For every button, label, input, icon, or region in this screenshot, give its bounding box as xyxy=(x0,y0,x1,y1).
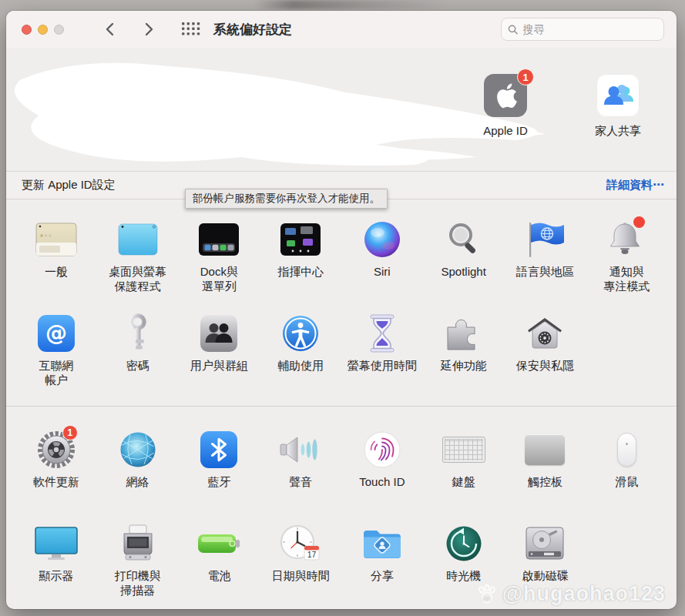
displays-label: 顯示器 xyxy=(39,569,73,584)
pref-item-notifications-focus[interactable]: 通知與 專注模式 xyxy=(586,218,667,312)
siri-icon xyxy=(359,218,405,261)
internet-accounts-label: 互聯網 帳户 xyxy=(39,359,73,388)
pref-item-keyboard[interactable]: 鍵盤 xyxy=(423,428,505,522)
desktop-screensaver-label: 桌面與螢幕 保護程式 xyxy=(109,265,166,294)
pref-item-software-update[interactable]: 1軟件更新 xyxy=(15,428,97,522)
touch-id-label: Touch ID xyxy=(359,475,405,490)
users-groups-label: 用户與群組 xyxy=(190,359,248,373)
titlebar: 系統偏好設定 xyxy=(6,11,677,48)
pref-item-general[interactable]: 一般 xyxy=(15,218,97,312)
pref-item-siri[interactable]: Siri xyxy=(341,218,423,312)
pref-item-passwords[interactable]: 密碼 xyxy=(97,312,179,406)
pref-item-printers-scanners[interactable]: 打印機與 掃描器 xyxy=(97,522,179,609)
sound-label: 聲音 xyxy=(289,475,312,490)
pref-item-sharing[interactable]: 分享 xyxy=(341,522,423,609)
pref-item-screen-time[interactable]: 螢幕使用時間 xyxy=(341,312,423,406)
watermark: du @hugaohao123 xyxy=(476,582,666,606)
pref-item-touch-id[interactable]: Touch ID xyxy=(341,428,423,522)
touch-id-icon xyxy=(359,428,405,471)
spotlight-icon xyxy=(441,218,487,261)
pref-item-network[interactable]: 網絡 xyxy=(97,428,179,522)
pref-item-sound[interactable]: 聲音 xyxy=(260,428,341,522)
printers-scanners-label: 打印機與 掃描器 xyxy=(115,569,161,598)
pref-item-dock-menubar[interactable]: Dock與 選單列 xyxy=(179,218,260,312)
mouse-icon xyxy=(603,428,650,471)
dock-menubar-label: Dock與 選單列 xyxy=(200,265,238,294)
chevron-left-icon xyxy=(105,22,114,36)
show-all-button[interactable] xyxy=(180,19,203,39)
pref-item-language-region[interactable]: 語言與地區 xyxy=(505,218,586,312)
close-button[interactable] xyxy=(22,25,32,35)
startup-disk-icon xyxy=(522,522,568,565)
zoom-button[interactable] xyxy=(54,25,64,35)
apple-id-badge: 1 xyxy=(517,69,534,85)
pref-item-displays[interactable]: 顯示器 xyxy=(15,522,97,609)
security-privacy-label: 保安與私隱 xyxy=(516,359,574,373)
trackpad-label: 觸控板 xyxy=(528,475,562,490)
date-time-label: 日期與時間 xyxy=(272,569,330,584)
sharing-label: 分享 xyxy=(371,569,394,584)
chevron-right-icon xyxy=(145,22,154,36)
pref-item-bluetooth[interactable]: 藍牙 xyxy=(179,428,260,522)
search-input[interactable] xyxy=(523,23,658,35)
pref-section-top: 部份帳户服務需要你再次登入才能使用。 一般桌面與螢幕 保護程式Dock與 選單列… xyxy=(6,199,677,406)
update-apple-id-text: 更新 Apple ID設定 xyxy=(22,178,116,192)
back-button[interactable] xyxy=(99,19,119,39)
family-sharing-button[interactable]: 家人共享 xyxy=(576,74,660,139)
general-icon xyxy=(33,218,79,261)
keyboard-icon xyxy=(441,428,487,471)
mouse-label: 滑鼠 xyxy=(615,475,638,490)
dock-menubar-icon xyxy=(196,218,242,261)
details-link[interactable]: 詳細資料⋯ xyxy=(606,178,664,192)
notifications-focus-icon xyxy=(603,218,650,261)
search-field[interactable] xyxy=(501,18,664,41)
pref-item-mission-control[interactable]: 指揮中心 xyxy=(260,218,341,312)
forward-button[interactable] xyxy=(139,19,159,39)
screen-time-label: 螢幕使用時間 xyxy=(348,359,417,373)
sound-icon xyxy=(277,428,324,471)
pref-item-trackpad[interactable]: 觸控板 xyxy=(505,428,586,522)
software-update-label: 軟件更新 xyxy=(33,475,79,490)
pref-item-spotlight[interactable]: Spotlight xyxy=(423,218,505,312)
time-machine-label: 時光機 xyxy=(446,569,481,584)
pref-item-accessibility[interactable]: 輔助使用 xyxy=(260,312,341,406)
window-title: 系統偏好設定 xyxy=(213,21,292,38)
pref-item-users-groups[interactable]: 用户與群組 xyxy=(179,312,260,406)
network-label: 網絡 xyxy=(126,475,149,490)
pref-item-mouse[interactable]: 滑鼠 xyxy=(586,428,667,522)
mission-control-label: 指揮中心 xyxy=(277,265,324,280)
extensions-label: 延伸功能 xyxy=(441,359,487,373)
trackpad-icon xyxy=(522,428,568,471)
minimize-button[interactable] xyxy=(38,25,48,35)
printers-scanners-icon xyxy=(115,522,161,565)
accessibility-label: 輔助使用 xyxy=(277,359,324,373)
keyboard-label: 鍵盤 xyxy=(452,475,475,490)
pref-item-security-privacy[interactable]: 保安與私隱 xyxy=(505,312,586,406)
passwords-label: 密碼 xyxy=(126,359,149,373)
pref-item-date-time[interactable]: 17日期與時間 xyxy=(260,522,341,609)
reauth-tooltip: 部份帳户服務需要你再次登入才能使用。 xyxy=(185,189,388,209)
system-preferences-window: 系統偏好設定 1 xyxy=(6,11,677,609)
time-machine-icon xyxy=(441,522,487,565)
apple-id-label: Apple ID xyxy=(483,124,528,137)
language-region-icon xyxy=(522,218,568,261)
pref-item-extensions[interactable]: 延伸功能 xyxy=(423,312,505,406)
bluetooth-label: 藍牙 xyxy=(207,475,230,490)
watermark-text: @hugaohao123 xyxy=(502,582,666,606)
software-update-badge: 1 xyxy=(62,425,78,440)
pref-item-battery[interactable]: 電池 xyxy=(179,522,260,609)
pref-item-desktop-screensaver[interactable]: 桌面與螢幕 保護程式 xyxy=(97,218,179,312)
spotlight-label: Spotlight xyxy=(441,265,485,280)
accessibility-icon xyxy=(277,312,324,355)
screen-time-icon xyxy=(359,312,405,355)
passwords-icon xyxy=(115,312,161,355)
software-update-icon: 1 xyxy=(33,428,79,471)
startup-disk-label: 啟動磁碟 xyxy=(522,569,568,584)
pref-item-internet-accounts[interactable]: @互聯網 帳户 xyxy=(15,312,97,406)
sharing-icon xyxy=(359,522,405,565)
traffic-lights xyxy=(22,25,64,35)
bluetooth-icon xyxy=(196,428,242,471)
apple-id-button[interactable]: 1 Apple ID xyxy=(464,74,547,139)
svg-text:du: du xyxy=(482,596,491,601)
pref-grid-top: 一般桌面與螢幕 保護程式Dock與 選單列指揮中心SiriSpotlight語言… xyxy=(15,218,667,406)
